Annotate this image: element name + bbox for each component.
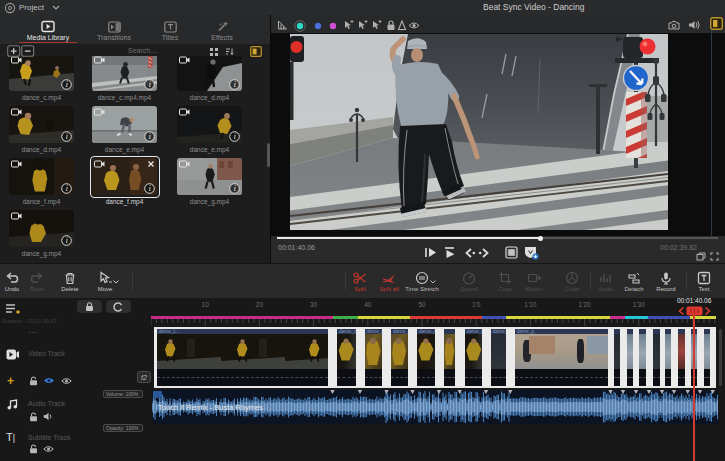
svg-text:20: 20 xyxy=(256,301,264,308)
svg-text:1'10: 1'10 xyxy=(524,301,536,308)
svg-text:i: i xyxy=(149,132,151,141)
svg-text:i: i xyxy=(234,132,236,141)
svg-text:1'0: 1'0 xyxy=(472,301,481,308)
svg-text:1'30: 1'30 xyxy=(633,301,645,308)
svg-text:i: i xyxy=(66,236,68,245)
svg-text:f2: f2 xyxy=(141,374,147,381)
svg-text:50: 50 xyxy=(418,301,426,308)
svg-text:i: i xyxy=(234,184,236,193)
svg-text:1'20: 1'20 xyxy=(579,301,591,308)
svg-text:i: i xyxy=(66,80,68,89)
svg-text:40: 40 xyxy=(364,301,372,308)
svg-text:10: 10 xyxy=(202,301,210,308)
svg-text:i: i xyxy=(66,184,68,193)
svg-text:30: 30 xyxy=(310,301,318,308)
svg-text:i: i xyxy=(66,132,68,141)
svg-text:i: i xyxy=(149,80,151,89)
svg-text:i: i xyxy=(234,80,236,89)
